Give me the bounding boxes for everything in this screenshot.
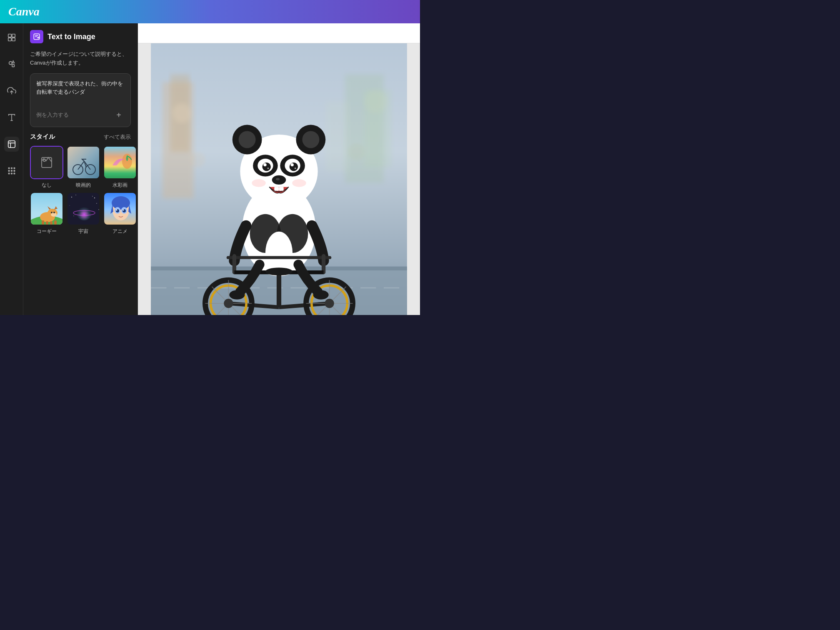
svg-point-13 <box>14 168 15 169</box>
svg-rect-5 <box>12 65 14 67</box>
svg-point-44 <box>96 203 97 204</box>
style-item-watercolor[interactable]: 水彩画 <box>103 146 137 189</box>
prompt-plus-button[interactable]: + <box>113 109 125 121</box>
svg-point-120 <box>229 290 245 299</box>
svg-point-90 <box>268 168 269 169</box>
svg-point-11 <box>8 168 10 169</box>
svg-point-46 <box>98 209 99 210</box>
svg-rect-2 <box>8 38 11 41</box>
sidebar-item-grid[interactable] <box>4 30 19 45</box>
panel-description: ご希望のイメージについて説明すると、Canvaが作成します。 <box>30 50 131 68</box>
panda-scene <box>138 43 420 315</box>
style-thumbnail-corgi <box>30 192 63 225</box>
svg-point-14 <box>8 170 10 172</box>
svg-point-88 <box>263 163 266 166</box>
svg-rect-98 <box>227 256 331 259</box>
svg-point-68 <box>190 152 205 168</box>
svg-point-42 <box>75 195 76 195</box>
prompt-text[interactable]: 被写界深度で表現された、街の中を自転車で走るパンダ <box>36 80 125 97</box>
svg-point-49 <box>77 205 92 220</box>
svg-point-15 <box>11 170 12 172</box>
style-label-corgi: コーギー <box>37 228 57 235</box>
style-thumbnail-cinematic <box>67 146 100 179</box>
svg-point-34 <box>51 212 52 213</box>
style-item-none[interactable]: なし <box>30 146 63 189</box>
svg-point-17 <box>8 173 10 174</box>
prompt-example-row: 例を入力する + <box>36 109 125 121</box>
sidebar: Tx <box>0 23 23 315</box>
svg-point-45 <box>70 205 70 206</box>
svg-point-21 <box>38 37 39 38</box>
canva-logo: Canva <box>8 5 40 18</box>
svg-point-89 <box>290 163 293 166</box>
style-item-space[interactable]: 宇宙 <box>67 192 100 235</box>
panel-header: Text to Image <box>30 30 131 43</box>
sidebar-item-text[interactable] <box>4 110 19 125</box>
style-label-none: なし <box>42 182 52 189</box>
style-grid: なし <box>30 146 131 235</box>
style-label-space: 宇宙 <box>78 228 88 235</box>
svg-rect-95 <box>279 187 284 191</box>
style-item-cinematic[interactable]: 映画的 <box>67 146 100 189</box>
svg-rect-38 <box>50 221 52 225</box>
style-thumbnail-none <box>30 146 63 179</box>
style-item-corgi[interactable]: コーギー <box>30 192 63 235</box>
svg-point-122 <box>265 268 292 275</box>
panel-icon <box>30 30 43 43</box>
svg-point-87 <box>290 162 298 171</box>
svg-text:Tx: Tx <box>9 140 11 142</box>
svg-point-121 <box>313 290 328 299</box>
style-section-title: スタイル <box>30 133 55 141</box>
style-cinematic-preview <box>68 147 99 178</box>
style-section: スタイル すべて表示 なし <box>30 133 131 235</box>
svg-point-19 <box>14 173 15 174</box>
prompt-container: 被写界深度で表現された、街の中を自転車で走るパンダ 例を入力する + <box>30 73 131 128</box>
svg-rect-37 <box>46 221 48 225</box>
svg-rect-39 <box>54 220 57 225</box>
sidebar-item-ai-image[interactable]: Tx <box>4 137 19 152</box>
sidebar-item-elements[interactable] <box>4 57 19 72</box>
svg-point-43 <box>94 198 95 198</box>
svg-rect-0 <box>8 34 11 37</box>
svg-point-93 <box>276 178 280 180</box>
svg-rect-1 <box>12 34 15 37</box>
svg-point-35 <box>53 212 55 213</box>
svg-point-81 <box>302 131 319 148</box>
sidebar-item-upload[interactable] <box>4 83 19 98</box>
style-none-preview <box>31 147 62 178</box>
svg-rect-94 <box>274 187 279 191</box>
svg-rect-65 <box>325 102 349 172</box>
svg-point-112 <box>224 299 233 308</box>
svg-point-12 <box>11 168 12 169</box>
prompt-example-label: 例を入力する <box>36 111 69 119</box>
svg-point-4 <box>9 62 12 65</box>
svg-point-97 <box>292 179 306 187</box>
main-layout: Tx <box>0 23 420 315</box>
svg-rect-3 <box>12 38 15 41</box>
svg-point-18 <box>11 173 12 174</box>
style-thumbnail-anime <box>103 192 137 225</box>
svg-point-67 <box>364 90 388 113</box>
style-label-anime: アニメ <box>112 228 128 235</box>
svg-point-69 <box>348 143 365 160</box>
svg-point-41 <box>71 197 72 198</box>
style-item-anime[interactable]: アニメ <box>103 192 137 235</box>
style-show-all-button[interactable]: すべて表示 <box>104 133 131 141</box>
style-header: スタイル すべて表示 <box>30 133 131 141</box>
style-label-watercolor: 水彩画 <box>112 182 128 189</box>
svg-point-86 <box>262 162 270 171</box>
style-thumbnail-space <box>67 192 100 225</box>
sidebar-item-apps[interactable] <box>4 163 19 178</box>
svg-point-58 <box>116 210 118 211</box>
svg-point-96 <box>252 179 266 187</box>
svg-rect-36 <box>42 220 44 225</box>
canvas-top-bar <box>138 23 420 43</box>
svg-point-79 <box>239 131 256 148</box>
svg-point-119 <box>325 299 334 308</box>
app-header: Canva <box>0 0 420 23</box>
canvas-content <box>138 43 420 315</box>
svg-point-47 <box>74 216 74 216</box>
panel-title: Text to Image <box>48 32 95 41</box>
style-label-cinematic: 映画的 <box>76 182 91 189</box>
svg-point-91 <box>295 168 296 169</box>
